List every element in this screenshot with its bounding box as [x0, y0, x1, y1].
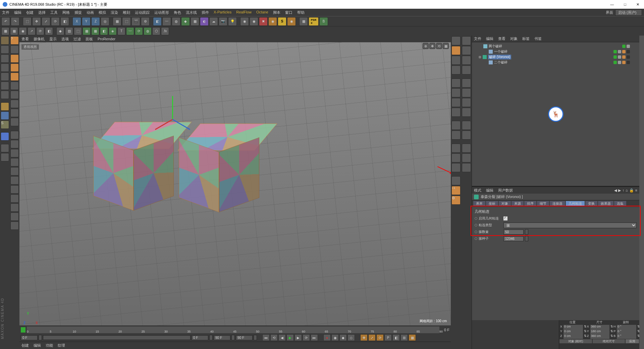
- mograph-7[interactable]: ◆: [56, 27, 64, 35]
- deformer-button[interactable]: ◐: [200, 17, 209, 26]
- select-tool[interactable]: ⬚: [23, 17, 32, 26]
- menu-窗口[interactable]: 窗口: [285, 10, 292, 15]
- tree-row[interactable]: 两个破碎: [473, 44, 638, 49]
- rt-scale-1[interactable]: =1: [451, 186, 461, 195]
- menu-编辑[interactable]: 编辑: [14, 10, 21, 15]
- rt-1[interactable]: [451, 36, 461, 45]
- matmenu-创建[interactable]: 创建: [21, 343, 29, 348]
- sb-7[interactable]: [10, 185, 19, 194]
- rt-7[interactable]: [451, 98, 461, 107]
- menu-流水线[interactable]: 流水线: [186, 10, 197, 15]
- tree-row[interactable]: ⊟破碎 (Voronoi): [473, 54, 638, 60]
- step-fwd-button[interactable]: ⟳: [303, 334, 310, 341]
- environment-button[interactable]: ☁: [209, 17, 218, 26]
- render-view-button[interactable]: ▦: [113, 17, 121, 26]
- rt-13[interactable]: [451, 163, 461, 172]
- sb-10[interactable]: [10, 212, 19, 221]
- rt-12[interactable]: [451, 153, 461, 162]
- render-settings-button[interactable]: ⚙: [141, 17, 150, 26]
- rt-b3[interactable]: [462, 56, 471, 65]
- spline-button[interactable]: 〰: [162, 17, 171, 26]
- layer-button[interactable]: [1, 153, 9, 161]
- texture-mode-button[interactable]: [1, 54, 9, 63]
- frame-spinner[interactable]: [39, 335, 42, 340]
- menu-X-Particles[interactable]: X-Particles: [214, 10, 231, 15]
- axis-z-button[interactable]: Z: [91, 17, 100, 26]
- rf-icon-button[interactable]: ◉: [287, 17, 296, 26]
- matrix-button[interactable]: ▦: [91, 27, 99, 35]
- viewmenu-面板[interactable]: 面板: [86, 37, 93, 42]
- rt-b8[interactable]: [462, 108, 471, 117]
- menu-模拟[interactable]: 模拟: [99, 10, 106, 15]
- menu-渲染[interactable]: 渲染: [111, 10, 118, 15]
- light-button[interactable]: 💡: [228, 17, 237, 26]
- magnet-button[interactable]: [1, 132, 9, 141]
- rt-b11[interactable]: [462, 144, 471, 153]
- timeline[interactable]: 051015202530354045505560657075808590 0 F: [19, 326, 451, 334]
- viewmenu-过滤[interactable]: 过滤: [73, 37, 81, 42]
- menu-创建[interactable]: 创建: [26, 10, 34, 15]
- objmenu-对象[interactable]: 对象: [510, 36, 518, 41]
- sb-3[interactable]: [10, 149, 19, 157]
- redo-button[interactable]: ↷: [11, 17, 19, 26]
- rt-10[interactable]: [451, 131, 461, 140]
- layout-select[interactable]: 启动 (用户): [615, 9, 642, 16]
- sb-4[interactable]: [10, 158, 19, 166]
- polygon-mode-button[interactable]: [1, 91, 9, 99]
- mograph-1[interactable]: ▦: [1, 27, 9, 35]
- menu-网格[interactable]: 网格: [62, 10, 70, 15]
- object-mode-button[interactable]: [1, 63, 9, 72]
- key-p-button[interactable]: ✥: [360, 334, 368, 341]
- right-strip[interactable]: [639, 36, 644, 349]
- attr-nav-home[interactable]: ⌂: [626, 188, 628, 193]
- cursor-tool[interactable]: [10, 45, 19, 54]
- objmenu-标签[interactable]: 标签: [522, 36, 530, 41]
- record-button[interactable]: ●: [323, 334, 331, 341]
- attr-nav-up[interactable]: ↑: [622, 188, 624, 193]
- rt-b7[interactable]: [462, 98, 471, 107]
- tree-row[interactable]: 二个破碎: [473, 60, 638, 65]
- tab-排序[interactable]: 排序: [524, 201, 536, 206]
- attr-menu-icon[interactable]: ≡: [635, 188, 637, 193]
- sb-8[interactable]: [10, 194, 19, 203]
- rt-b13[interactable]: [462, 163, 471, 172]
- rt-b5[interactable]: [462, 79, 471, 88]
- rt-b4[interactable]: [462, 65, 471, 74]
- tab-几何粘连[interactable]: 几何粘连: [566, 201, 585, 206]
- rt-b2[interactable]: [462, 46, 471, 55]
- key-param-button[interactable]: P: [384, 334, 392, 341]
- timeline-ruler[interactable]: 051015202530354045505560657075808590: [27, 327, 439, 333]
- nurbs-button[interactable]: ◆: [181, 17, 190, 26]
- menu-帮助[interactable]: 帮助: [297, 10, 305, 15]
- attrmenu-编辑[interactable]: 编辑: [486, 188, 493, 193]
- xp-4-button[interactable]: ◉: [268, 17, 277, 26]
- axis-mode-button[interactable]: [1, 102, 9, 111]
- phong-select-tool[interactable]: [10, 118, 19, 126]
- rt-14[interactable]: [451, 176, 461, 185]
- xp-1-button[interactable]: ◉: [240, 17, 249, 26]
- rt-2[interactable]: [451, 46, 461, 55]
- sb-2[interactable]: [10, 140, 19, 148]
- rt-b9[interactable]: [462, 121, 471, 130]
- scale-tool[interactable]: ⤢: [42, 17, 50, 26]
- menu-Octane[interactable]: Octane: [256, 10, 268, 15]
- octane-1-button[interactable]: ▦: [299, 17, 308, 26]
- tracer-button[interactable]: 〰: [126, 27, 134, 35]
- menu-捕捉[interactable]: 捕捉: [74, 10, 82, 15]
- xp-3-button[interactable]: ✖: [259, 17, 268, 26]
- rt-b12[interactable]: [462, 153, 471, 162]
- key-pla-button[interactable]: ◧: [392, 334, 400, 341]
- vp-nav-4[interactable]: ▦: [443, 43, 449, 49]
- matmenu-纹理[interactable]: 纹理: [58, 343, 65, 348]
- lasso-tool[interactable]: [10, 63, 19, 72]
- matmenu-编辑[interactable]: 编辑: [34, 343, 41, 348]
- rt-5[interactable]: [451, 79, 461, 88]
- keyframe-button[interactable]: ◆: [339, 334, 347, 341]
- mo-instance-button[interactable]: ◈: [109, 27, 117, 35]
- render-picture-button[interactable]: 🎬: [131, 17, 140, 26]
- menu-运动图形[interactable]: 运动图形: [154, 10, 169, 15]
- rt-6[interactable]: [451, 88, 461, 97]
- sb-11[interactable]: [10, 221, 19, 230]
- rt-b1[interactable]: [462, 36, 471, 45]
- help-icon[interactable]: ?: [10, 36, 19, 45]
